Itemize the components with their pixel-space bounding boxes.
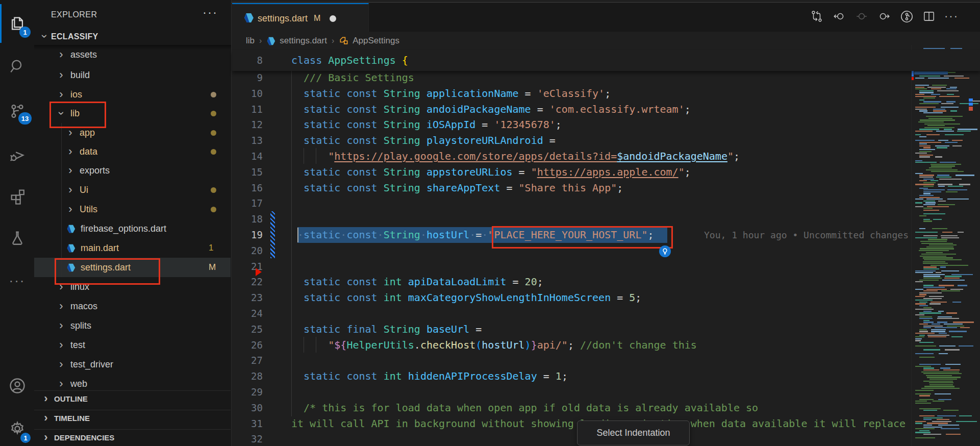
code-line-28[interactable]: static const int hiddenAPIProcessDelay =… bbox=[291, 368, 568, 384]
code-line-12[interactable]: static const String iOSAppId = '12345678… bbox=[291, 117, 562, 133]
line-number-24[interactable]: 24 bbox=[232, 306, 263, 321]
line-number-18[interactable]: 18 bbox=[232, 211, 263, 227]
tree-item-label: test bbox=[70, 340, 85, 351]
tab-label: settings.dart bbox=[258, 13, 308, 24]
line-number-12[interactable]: 12 bbox=[232, 117, 263, 133]
line-number-21[interactable]: 21 bbox=[232, 259, 263, 275]
settings-gear-icon[interactable]: 1 bbox=[0, 409, 34, 446]
workspace-section[interactable]: › ECLASSIFY bbox=[34, 30, 231, 45]
chevron-right-icon: › bbox=[66, 185, 74, 194]
line-number-16[interactable]: 16 bbox=[232, 180, 263, 196]
breadcrumb-folder[interactable]: lib bbox=[246, 36, 255, 46]
line-number-25[interactable]: 25 bbox=[232, 321, 263, 337]
run-debug-icon[interactable] bbox=[0, 136, 34, 175]
chevron-right-icon: › bbox=[42, 394, 50, 403]
ruler-modified-mark bbox=[969, 103, 973, 106]
line-number-13[interactable]: 13 bbox=[232, 133, 263, 148]
next-change-icon[interactable] bbox=[876, 9, 892, 24]
tree-item-label: splits bbox=[70, 320, 91, 331]
search-icon[interactable] bbox=[0, 47, 34, 86]
line-number-23[interactable]: 23 bbox=[232, 290, 263, 306]
line-number-28[interactable]: 28 bbox=[232, 368, 263, 384]
code-line-14[interactable]: "https://play.google.com/store/apps/deta… bbox=[291, 148, 740, 164]
tree-item-test-driver[interactable]: ›test_driver bbox=[34, 355, 231, 374]
explorer-icon[interactable]: 1 bbox=[0, 4, 34, 43]
compare-changes-icon[interactable] bbox=[809, 9, 824, 24]
minimap[interactable] bbox=[911, 45, 968, 446]
symbol-class-icon bbox=[339, 36, 349, 46]
tree-item-main-dart[interactable]: main.dart1 bbox=[34, 238, 231, 258]
extensions-icon[interactable] bbox=[0, 177, 34, 215]
line-number-15[interactable]: 15 bbox=[232, 164, 263, 180]
tree-item-macos[interactable]: ›macos bbox=[34, 296, 231, 316]
breadcrumb-symbol[interactable]: AppSettings bbox=[353, 36, 399, 46]
tree-item-utils[interactable]: ›Utils bbox=[34, 200, 231, 219]
code-line-11[interactable]: static const String andoidPackageName = … bbox=[291, 102, 691, 117]
modified-dot-badge bbox=[211, 92, 216, 97]
tree-item-ui[interactable]: ›Ui bbox=[34, 180, 231, 200]
editor-more-actions-icon[interactable]: ··· bbox=[944, 9, 959, 24]
more-views-icon[interactable]: ··· bbox=[0, 261, 34, 300]
code-line-9[interactable]: /// Basic Settings bbox=[291, 70, 414, 86]
line-number-19[interactable]: 19 bbox=[232, 227, 263, 243]
code-line-13[interactable]: static const String playstoreURLAndroid … bbox=[291, 133, 556, 148]
sticky-scroll-line[interactable]: 8 class AppSettings { bbox=[232, 50, 980, 71]
annotation-box-settings-dart bbox=[55, 258, 160, 285]
line-number-9[interactable]: 9 bbox=[232, 70, 263, 86]
line-number-11[interactable]: 11 bbox=[232, 102, 263, 117]
tree-item-test[interactable]: ›test bbox=[34, 335, 231, 355]
code-line-15[interactable]: static const String appstoreURLios = "ht… bbox=[291, 164, 691, 180]
line-number-10[interactable]: 10 bbox=[232, 86, 263, 102]
code-line-26[interactable]: "${HelperUtils.checkHost(hostUrl)}api/";… bbox=[291, 337, 697, 353]
chevron-right-icon: › bbox=[332, 36, 334, 45]
source-control-icon[interactable]: 13 bbox=[0, 92, 34, 131]
sidebar-more-actions-icon[interactable]: ··· bbox=[203, 5, 218, 19]
line-number-30[interactable]: 30 bbox=[232, 400, 263, 416]
code-line-10[interactable]: static const String applicationName = 'e… bbox=[291, 86, 611, 102]
line-number-17[interactable]: 17 bbox=[232, 195, 263, 211]
tab-settings-dart[interactable]: settings.dart M bbox=[232, 3, 369, 33]
tree-item-label: app bbox=[80, 128, 95, 138]
line-number-27[interactable]: 27 bbox=[232, 353, 263, 368]
sticky-line-content: class AppSettings { bbox=[291, 50, 408, 71]
panel-outline[interactable]: › OUTLINE bbox=[34, 390, 231, 406]
line-number-29[interactable]: 29 bbox=[232, 384, 263, 400]
chevron-right-icon: › bbox=[66, 128, 74, 137]
tree-item-label: assets bbox=[70, 49, 97, 60]
tree-item-splits[interactable]: ›splits bbox=[34, 316, 231, 335]
split-editor-icon[interactable] bbox=[921, 9, 937, 24]
git-history-icon[interactable] bbox=[899, 9, 914, 24]
line-number-31[interactable]: 31 bbox=[232, 416, 263, 432]
tree-item-label: macos bbox=[70, 301, 97, 312]
code-line-30[interactable]: /* this is for load data when open app i… bbox=[291, 400, 758, 416]
tree-item-build[interactable]: ›build bbox=[34, 65, 231, 85]
explorer-badge: 1 bbox=[19, 27, 31, 38]
line-number-26[interactable]: 26 bbox=[232, 337, 263, 353]
tab-dirty-dot-icon[interactable] bbox=[330, 15, 336, 22]
line-number-32[interactable]: 32 bbox=[232, 431, 263, 446]
tree-item-data[interactable]: ›data bbox=[34, 142, 231, 161]
panel-timeline[interactable]: › TIMELINE bbox=[34, 410, 231, 426]
testing-icon[interactable] bbox=[0, 218, 34, 257]
line-number-20[interactable]: 20 bbox=[232, 243, 263, 259]
tree-item-label: web bbox=[70, 379, 87, 389]
chevron-right-icon: › bbox=[57, 321, 65, 330]
vscode-window: 1 13 ··· 1 EXPLORER ··· › bbox=[0, 0, 980, 446]
lightbulb-icon[interactable] bbox=[659, 245, 671, 257]
previous-change-icon[interactable] bbox=[832, 9, 847, 24]
ruler-cursor-mark bbox=[972, 101, 980, 102]
code-line-23[interactable]: static const int maxCategoryShowLengthIn… bbox=[291, 290, 641, 306]
breadcrumb-file[interactable]: settings.dart bbox=[280, 36, 327, 46]
account-icon[interactable] bbox=[0, 366, 34, 405]
line-number-14[interactable]: 14 bbox=[232, 148, 263, 164]
explorer-sidebar: EXPLORER ··· › ECLASSIFY ›assets›build›i… bbox=[34, 0, 232, 446]
line-number-22[interactable]: 22 bbox=[232, 274, 263, 290]
tree-item-exports[interactable]: ›exports bbox=[34, 161, 231, 180]
tree-item-firebase-options-dart[interactable]: firebase_options.dart bbox=[34, 219, 231, 238]
panel-dependencies[interactable]: › DEPENDENCIES bbox=[34, 429, 231, 445]
code-line-22[interactable]: static const int apiDataLoadLimit = 20; bbox=[291, 274, 543, 290]
modified-dot-badge bbox=[211, 187, 216, 193]
code-line-16[interactable]: static const String shareAppText = "Shar… bbox=[291, 180, 623, 196]
code-line-25[interactable]: static final String baseUrl = bbox=[291, 321, 482, 337]
minimap-deleted-mark bbox=[912, 77, 914, 80]
